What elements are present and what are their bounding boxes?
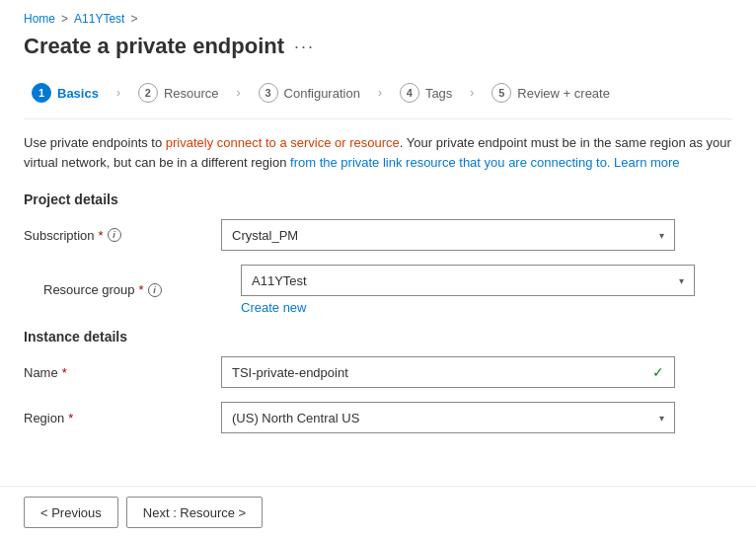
step-circle-2: 2 — [138, 83, 158, 103]
wizard-step-basics[interactable]: 1 Basics — [24, 79, 107, 107]
breadcrumb: Home > A11YTest > — [24, 12, 732, 26]
resource-group-dropdown[interactable]: A11YTest ▾ — [241, 265, 695, 296]
learn-more-link[interactable]: Learn more — [614, 155, 679, 170]
name-valid-icon: ✓ — [652, 364, 664, 380]
name-value: TSI-private-endpoint — [232, 365, 348, 380]
resource-group-info-icon[interactable]: i — [148, 283, 162, 297]
subscription-dropdown[interactable]: Crystal_PM ▾ — [221, 219, 675, 251]
region-value: (US) North Central US — [232, 411, 359, 425]
step-sep-1: › — [114, 86, 122, 100]
name-required: * — [62, 365, 67, 380]
create-new-link[interactable]: Create new — [241, 300, 306, 315]
name-label: Name * — [24, 365, 221, 380]
breadcrumb-sep1: > — [61, 12, 68, 26]
info-text-line1a: Use private endpoints to — [24, 135, 166, 150]
name-control: TSI-private-endpoint ✓ — [221, 356, 675, 388]
resource-group-value: A11YTest — [252, 273, 307, 288]
subscription-required: * — [99, 228, 104, 243]
region-dropdown-arrow: ▾ — [659, 413, 664, 423]
step-sep-2: › — [235, 86, 243, 100]
step-label-configuration: Configuration — [284, 86, 360, 101]
rg-content: Resource group * i A11YTest ▾ Create new — [43, 265, 732, 315]
instance-details-header: Instance details — [24, 329, 732, 345]
previous-button[interactable]: < Previous — [24, 497, 118, 528]
subscription-dropdown-arrow: ▾ — [659, 230, 664, 241]
breadcrumb-resource[interactable]: A11YTest — [74, 12, 124, 26]
subscription-field: Subscription * i Crystal_PM ▾ — [24, 219, 732, 251]
subscription-info-icon[interactable]: i — [108, 228, 121, 242]
subscription-control: Crystal_PM ▾ — [221, 219, 675, 251]
wizard-step-resource[interactable]: 2 Resource — [130, 79, 227, 107]
step-sep-4: › — [468, 86, 476, 100]
subscription-label-text: Subscription — [24, 228, 95, 243]
breadcrumb-sep2: > — [130, 12, 137, 26]
info-text-highlight-blue: from the private link resource that you … — [290, 155, 610, 170]
subscription-value: Crystal_PM — [232, 228, 298, 243]
wizard-step-tags[interactable]: 4 Tags — [392, 79, 460, 107]
project-details-header: Project details — [24, 192, 732, 207]
next-button[interactable]: Next : Resource > — [126, 497, 263, 528]
resource-group-dropdown-arrow: ▾ — [679, 275, 684, 286]
resource-group-required: * — [139, 282, 144, 297]
wizard-steps: 1 Basics › 2 Resource › 3 Configuration … — [24, 79, 732, 119]
resource-group-label: Resource group * i — [43, 282, 241, 297]
step-circle-4: 4 — [400, 83, 419, 103]
footer: < Previous Next : Resource > — [0, 486, 756, 538]
resource-group-field: Resource group * i A11YTest ▾ Create new — [43, 265, 732, 315]
resource-group-control: A11YTest ▾ Create new — [241, 265, 695, 315]
step-label-resource: Resource — [164, 86, 219, 101]
resource-group-wrapper: Resource group * i A11YTest ▾ Create new — [24, 265, 732, 315]
wizard-step-configuration[interactable]: 3 Configuration — [251, 79, 368, 107]
step-circle-3: 3 — [259, 83, 278, 103]
region-required: * — [68, 411, 73, 425]
resource-group-label-text: Resource group — [43, 282, 135, 297]
region-dropdown[interactable]: (US) North Central US ▾ — [221, 402, 675, 433]
region-label-text: Region — [24, 411, 64, 425]
step-sep-3: › — [376, 86, 384, 100]
name-input[interactable]: TSI-private-endpoint ✓ — [221, 356, 675, 388]
info-text-highlight-orange: privately connect to a service or resour… — [166, 135, 400, 150]
more-options-icon[interactable]: ··· — [294, 37, 315, 57]
step-label-basics: Basics — [57, 86, 99, 101]
region-field: Region * (US) North Central US ▾ — [24, 402, 732, 433]
region-label: Region * — [24, 411, 221, 425]
name-label-text: Name — [24, 365, 58, 380]
step-circle-1: 1 — [32, 83, 51, 103]
step-label-tags: Tags — [425, 86, 452, 101]
info-text: Use private endpoints to privately conne… — [24, 133, 732, 172]
subscription-label: Subscription * i — [24, 228, 221, 243]
page-title: Create a private endpoint — [24, 34, 284, 59]
step-circle-5: 5 — [491, 83, 511, 103]
breadcrumb-home[interactable]: Home — [24, 12, 55, 26]
region-control: (US) North Central US ▾ — [221, 402, 675, 433]
wizard-step-review[interactable]: 5 Review + create — [484, 79, 618, 107]
step-label-review: Review + create — [517, 86, 610, 101]
name-field: Name * TSI-private-endpoint ✓ — [24, 356, 732, 388]
